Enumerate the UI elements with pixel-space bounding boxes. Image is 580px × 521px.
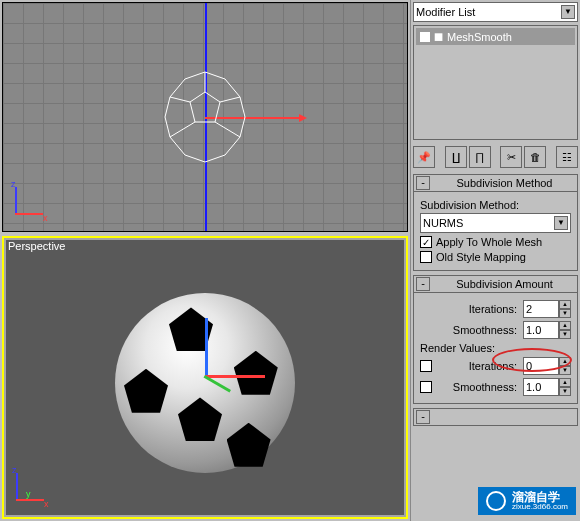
chevron-down-icon[interactable]: ▼	[554, 216, 568, 230]
stack-item-label: MeshSmooth	[447, 31, 512, 43]
spinner-up-icon[interactable]: ▲	[559, 357, 571, 366]
svg-line-4	[215, 122, 240, 137]
rollup-subdivision-amount-body: Iterations: 2 ▲▼ Smoothness: 1.0 ▲▼ Rend…	[413, 293, 578, 404]
spinner-up-icon[interactable]: ▲	[559, 321, 571, 330]
iterations-label: Iterations:	[420, 303, 519, 315]
viewport-label: Perspective	[8, 240, 65, 252]
spinner-down-icon[interactable]: ▼	[559, 330, 571, 339]
apply-whole-mesh-checkbox[interactable]	[420, 236, 432, 248]
iterations-spinner[interactable]: 2 ▲▼	[523, 300, 571, 318]
apply-whole-mesh-label: Apply To Whole Mesh	[436, 236, 542, 248]
render-values-label: Render Values:	[420, 342, 571, 354]
watermark-logo-icon	[486, 491, 506, 511]
spinner-up-icon[interactable]: ▲	[559, 300, 571, 309]
wireframe-object[interactable]	[155, 67, 255, 167]
rollup-title: Subdivision Amount	[432, 278, 577, 290]
svg-line-3	[220, 97, 240, 102]
make-unique-icon[interactable]: ∏	[469, 146, 491, 168]
rollup-next-header[interactable]: -	[413, 408, 578, 426]
subdiv-method-dropdown[interactable]: NURMS ▼	[420, 213, 571, 233]
watermark-url: zixue.3d66.com	[512, 503, 568, 511]
collapse-icon[interactable]: -	[416, 410, 430, 424]
render-iterations-value[interactable]: 0	[523, 357, 559, 375]
old-style-mapping-checkbox[interactable]	[420, 251, 432, 263]
svg-line-6	[170, 97, 190, 102]
viewport-perspective[interactable]: Perspective z x y	[2, 236, 408, 519]
remove-modifier-icon[interactable]: ✂	[500, 146, 522, 168]
spinner-down-icon[interactable]: ▼	[559, 366, 571, 375]
viewports: z x Perspective z x y	[0, 0, 410, 521]
svg-marker-1	[190, 92, 220, 122]
collapse-icon[interactable]: -	[416, 277, 430, 291]
expand-icon[interactable]: ◼	[434, 30, 443, 43]
viewport-top[interactable]: z x	[2, 2, 408, 232]
configure-icon[interactable]: ☷	[556, 146, 578, 168]
rollup-subdivision-method-body: Subdivision Method: NURMS ▼ Apply To Who…	[413, 192, 578, 271]
rollup-title: Subdivision Method	[432, 177, 577, 189]
spinner-up-icon[interactable]: ▲	[559, 378, 571, 387]
render-iterations-spinner[interactable]: 0 ▲▼	[523, 357, 571, 375]
iterations-value[interactable]: 2	[523, 300, 559, 318]
modifier-list-label: Modifier List	[416, 6, 475, 18]
stack-toolbar: 📌 ∐ ∏ ✂ 🗑 ☷	[413, 146, 578, 168]
old-style-mapping-label: Old Style Mapping	[436, 251, 526, 263]
spinner-down-icon[interactable]: ▼	[559, 387, 571, 396]
pin-icon[interactable]: 📌	[413, 146, 435, 168]
subdiv-method-value: NURMS	[423, 217, 463, 229]
render-smoothness-label: Smoothness:	[436, 381, 519, 393]
rollup-subdivision-amount-header[interactable]: - Subdivision Amount	[413, 275, 578, 293]
rollup-subdivision-method-header[interactable]: - Subdivision Method	[413, 174, 578, 192]
subdiv-method-label: Subdivision Method:	[420, 199, 571, 211]
trash-icon[interactable]: 🗑	[524, 146, 546, 168]
command-panel: Modifier List ▼ ◼ MeshSmooth 📌 ∐ ∏ ✂ 🗑 ☷…	[410, 0, 580, 521]
spinner-down-icon[interactable]: ▼	[559, 309, 571, 318]
smoothness-value[interactable]: 1.0	[523, 321, 559, 339]
axis-gizmo-perspective: z x y	[12, 469, 52, 509]
lightbulb-icon[interactable]	[420, 32, 430, 42]
watermark: 溜溜自学 zixue.3d66.com	[478, 487, 576, 515]
render-iterations-checkbox[interactable]	[420, 360, 432, 372]
render-iterations-label: Iterations:	[436, 360, 519, 372]
svg-line-5	[170, 122, 195, 137]
chevron-down-icon[interactable]: ▼	[561, 5, 575, 19]
render-smoothness-checkbox[interactable]	[420, 381, 432, 393]
collapse-icon[interactable]: -	[416, 176, 430, 190]
modifier-stack[interactable]: ◼ MeshSmooth	[413, 25, 578, 140]
axis-gizmo-top: z x	[11, 183, 51, 223]
stack-item-meshsmooth[interactable]: ◼ MeshSmooth	[416, 28, 575, 45]
smoothness-label: Smoothness:	[420, 324, 519, 336]
render-smoothness-spinner[interactable]: 1.0 ▲▼	[523, 378, 571, 396]
smoothness-spinner[interactable]: 1.0 ▲▼	[523, 321, 571, 339]
modifier-list-dropdown[interactable]: Modifier List ▼	[413, 2, 578, 22]
render-smoothness-value[interactable]: 1.0	[523, 378, 559, 396]
show-end-result-icon[interactable]: ∐	[445, 146, 467, 168]
